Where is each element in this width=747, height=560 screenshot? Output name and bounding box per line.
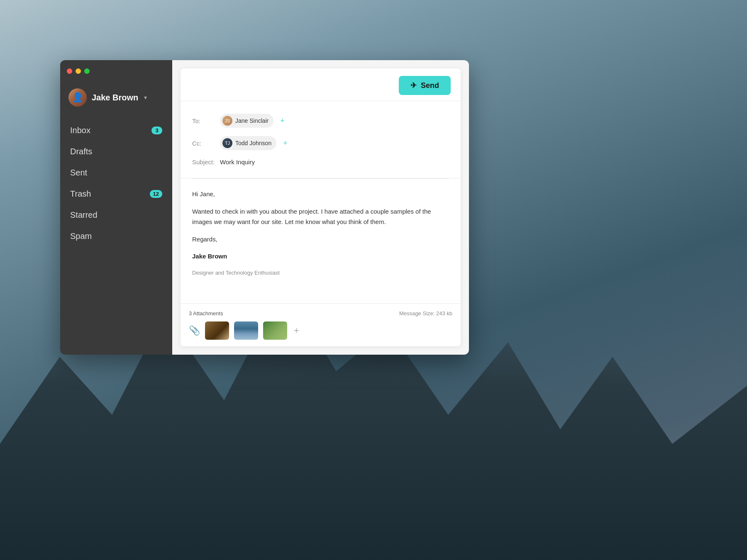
sidebar-item-trash[interactable]: Trash 12	[60, 183, 172, 205]
sidebar-item-label: Starred	[70, 210, 98, 220]
trash-badge: 12	[150, 190, 162, 198]
send-label: Send	[421, 81, 439, 90]
body-paragraph: Wanted to check in with you about the pr…	[192, 206, 449, 227]
attachments-area: 3 Attachments Message Size: 243 kb 📎 +	[181, 303, 461, 346]
email-body[interactable]: Hi Jane, Wanted to check in with you abo…	[181, 179, 461, 303]
body-closing: Regards,	[192, 234, 449, 245]
add-attachment-button[interactable]: +	[294, 325, 299, 336]
close-button[interactable]	[67, 68, 72, 74]
attachment-thumb-2[interactable]	[234, 321, 258, 340]
sidebar-item-label: Drafts	[70, 147, 92, 156]
app-window: Jake Brown ▾ Inbox 3 Drafts Sent Trash 1…	[60, 60, 469, 355]
add-to-recipient-button[interactable]: +	[280, 117, 285, 125]
attachments-header: 3 Attachments Message Size: 243 kb	[189, 310, 452, 317]
subject-row: Subject: Work Inquiry	[192, 154, 449, 170]
sidebar-item-label: Trash	[70, 189, 91, 199]
signature-title: Designer and Technology Enthusiast	[192, 268, 449, 278]
maximize-button[interactable]	[84, 68, 90, 74]
nav-items: Inbox 3 Drafts Sent Trash 12 Starred Spa…	[60, 117, 172, 355]
sidebar: Jake Brown ▾ Inbox 3 Drafts Sent Trash 1…	[60, 60, 172, 355]
to-recipient-chip[interactable]: JS Jane Sinclair	[220, 114, 273, 128]
add-cc-recipient-button[interactable]: +	[283, 139, 288, 148]
main-content: ✈ Send To: JS Jane Sinclair +	[172, 60, 469, 355]
to-recipient-name: Jane Sinclair	[235, 117, 269, 124]
email-fields: To: JS Jane Sinclair + Cc: TJ	[181, 101, 461, 178]
sidebar-item-inbox[interactable]: Inbox 3	[60, 120, 172, 141]
cc-recipient-chip[interactable]: TJ Todd Johnson	[220, 136, 276, 150]
inbox-badge: 3	[151, 127, 162, 134]
user-name: Jake Brown	[92, 93, 138, 102]
to-label: To:	[192, 117, 215, 124]
cc-label: Cc:	[192, 140, 215, 147]
to-row: To: JS Jane Sinclair +	[192, 110, 449, 132]
titlebar	[60, 60, 172, 82]
sidebar-item-sent[interactable]: Sent	[60, 162, 172, 183]
avatar	[68, 88, 87, 107]
attachments-list: 📎 +	[189, 321, 452, 340]
body-greeting: Hi Jane,	[192, 189, 449, 200]
signature-name: Jake Brown	[192, 251, 449, 262]
email-toolbar: ✈ Send	[181, 68, 461, 101]
attachment-thumb-1[interactable]	[205, 321, 229, 340]
minimize-button[interactable]	[76, 68, 81, 74]
sidebar-item-starred[interactable]: Starred	[60, 205, 172, 226]
sidebar-item-spam[interactable]: Spam	[60, 226, 172, 247]
jane-avatar: JS	[222, 116, 232, 126]
sidebar-item-label: Inbox	[70, 126, 90, 135]
cc-recipient-name: Todd Johnson	[235, 140, 271, 146]
attachments-count: 3 Attachments	[189, 310, 223, 317]
sidebar-item-label: Spam	[70, 231, 92, 241]
send-icon: ✈	[410, 81, 417, 90]
sidebar-item-drafts[interactable]: Drafts	[60, 141, 172, 162]
todd-avatar: TJ	[222, 138, 232, 148]
subject-label: Subject:	[192, 158, 215, 166]
subject-value[interactable]: Work Inquiry	[220, 158, 255, 166]
paperclip-icon: 📎	[189, 325, 200, 336]
message-size: Message Size: 243 kb	[399, 310, 452, 317]
email-compose-panel: ✈ Send To: JS Jane Sinclair +	[181, 68, 461, 346]
sidebar-item-label: Sent	[70, 168, 87, 178]
user-section[interactable]: Jake Brown ▾	[60, 82, 172, 117]
cc-row: Cc: TJ Todd Johnson +	[192, 132, 449, 154]
dropdown-arrow-icon[interactable]: ▾	[144, 94, 147, 101]
send-button[interactable]: ✈ Send	[399, 76, 451, 95]
attachment-thumb-3[interactable]	[263, 321, 287, 340]
